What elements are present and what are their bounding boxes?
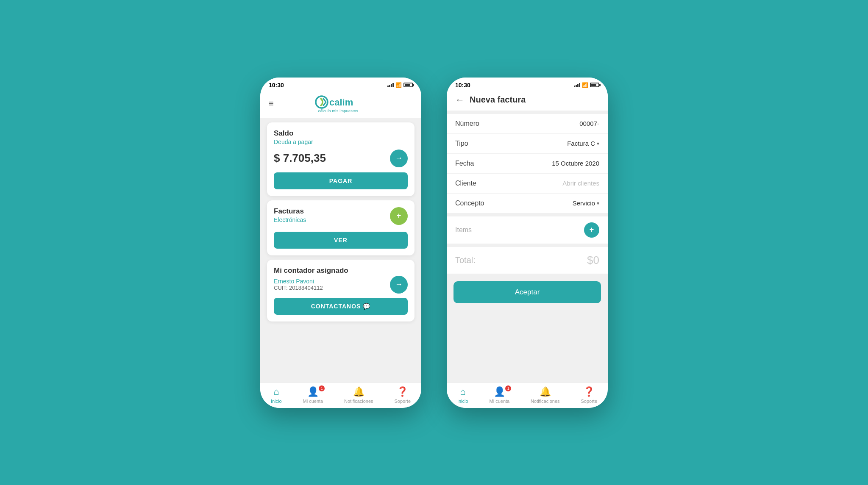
concepto-value: Servicio — [573, 200, 595, 207]
nav-cuenta-label: Mi cuenta — [303, 399, 323, 404]
nav-inicio-2[interactable]: ⌂ Inicio — [457, 386, 468, 404]
fecha-value: 15 Octubre 2020 — [552, 160, 599, 167]
home-icon-2: ⌂ — [460, 386, 465, 397]
contactanos-button[interactable]: CONTACTANOS 💬 — [274, 298, 408, 315]
nav-soporte-label-2: Soporte — [581, 399, 597, 404]
help-icon-2: ❓ — [583, 386, 595, 397]
logo-subtitle: cálculo mis impuestos — [318, 109, 358, 113]
signal-icon — [387, 83, 394, 87]
saldo-card: Saldo Deuda a pagar $ 7.705,35 → PAGAR — [267, 122, 415, 196]
nav-soporte[interactable]: ❓ Soporte — [394, 386, 411, 404]
total-value: $0 — [587, 254, 599, 267]
concepto-row[interactable]: Concepto Servicio ▾ — [447, 194, 608, 213]
arrow-right-icon-2: → — [395, 280, 403, 289]
battery-icon — [403, 83, 413, 87]
battery-icon-2 — [590, 83, 599, 87]
cliente-row[interactable]: Cliente Abrir clientes — [447, 174, 608, 194]
home-content: Saldo Deuda a pagar $ 7.705,35 → PAGAR F… — [260, 118, 421, 382]
nav-notificaciones-label-2: Notificaciones — [531, 399, 559, 404]
cuenta-badge-2: 1 — [505, 385, 511, 391]
nav-soporte-label: Soporte — [394, 399, 411, 404]
invoice-content: Número 00007- Tipo Factura C ▾ Fecha 15 … — [447, 111, 608, 382]
contador-row: Ernesto Pavoni CUIT: 20188404112 → — [274, 276, 408, 294]
add-item-btn[interactable]: + — [584, 222, 599, 238]
nav-inicio-label-2: Inicio — [457, 399, 468, 404]
nav-cuenta-label-2: Mi cuenta — [490, 399, 510, 404]
nav-soporte-2[interactable]: ❓ Soporte — [581, 386, 597, 404]
app-header-home: ≡ calim cálculo mis impuestos — [260, 91, 421, 118]
nav-notificaciones-2[interactable]: 🔔 Notificaciones — [531, 386, 559, 404]
saldo-arrow-btn[interactable]: → — [390, 150, 408, 167]
contador-cuit: CUIT: 20188404112 — [274, 285, 390, 291]
bottom-nav-home: ⌂ Inicio 👤 1 Mi cuenta 🔔 Notificaciones … — [260, 382, 421, 408]
fecha-label: Fecha — [455, 160, 474, 167]
wifi-icon: 📶 — [395, 82, 402, 88]
contador-title: Mi contador asignado — [274, 266, 408, 275]
status-bar-invoice: 10:30 📶 — [447, 78, 608, 91]
contador-name: Ernesto Pavoni — [274, 278, 390, 285]
cliente-placeholder: Abrir clientes — [562, 180, 599, 187]
status-icons-home: 📶 — [387, 82, 413, 88]
ver-button[interactable]: VER — [274, 232, 408, 249]
cuenta-badge: 1 — [319, 385, 325, 391]
hamburger-menu[interactable]: ≡ — [269, 99, 274, 108]
bell-icon-2: 🔔 — [540, 386, 551, 397]
tipo-value: Factura C — [567, 140, 595, 147]
accept-section: Aceptar — [447, 277, 608, 308]
svg-text:calim: calim — [329, 97, 353, 108]
tipo-dropdown[interactable]: Factura C ▾ — [567, 140, 599, 147]
plus-icon: + — [397, 211, 401, 220]
fecha-row: Fecha 15 Octubre 2020 — [447, 154, 608, 174]
facturas-subtitle: Electrónicas — [274, 216, 306, 223]
facturas-header-row: Facturas Electrónicas + — [274, 207, 408, 227]
contador-info: Ernesto Pavoni CUIT: 20188404112 — [274, 278, 390, 291]
contador-card: Mi contador asignado Ernesto Pavoni CUIT… — [267, 260, 415, 321]
contador-arrow-btn[interactable]: → — [390, 276, 408, 294]
concepto-chevron-icon: ▾ — [597, 200, 599, 206]
saldo-subtitle: Deuda a pagar — [274, 139, 408, 145]
items-row: Items + — [447, 216, 608, 244]
invoice-title: Nueva factura — [470, 95, 526, 105]
tipo-label: Tipo — [455, 140, 468, 147]
facturas-title: Facturas — [274, 207, 306, 216]
nav-notificaciones[interactable]: 🔔 Notificaciones — [344, 386, 373, 404]
items-label: Items — [455, 226, 472, 234]
help-icon: ❓ — [397, 386, 408, 397]
plus-icon-2: + — [590, 225, 594, 234]
concepto-label: Concepto — [455, 200, 484, 207]
status-bar-home: 10:30 📶 — [260, 78, 421, 91]
add-factura-btn[interactable]: + — [390, 207, 408, 225]
logo: calim cálculo mis impuestos — [315, 94, 362, 113]
pagar-button[interactable]: PAGAR — [274, 172, 408, 189]
total-section: Total: $0 — [447, 247, 608, 274]
total-label: Total: — [455, 255, 476, 265]
concepto-dropdown[interactable]: Servicio ▾ — [573, 200, 599, 207]
nav-cuenta[interactable]: 👤 1 Mi cuenta — [303, 386, 323, 404]
logo-main: calim — [315, 94, 362, 110]
account-icon-2: 👤 — [494, 386, 505, 397]
nav-notificaciones-label: Notificaciones — [344, 399, 373, 404]
wifi-icon-2: 📶 — [582, 82, 588, 88]
nav-cuenta-2[interactable]: 👤 1 Mi cuenta — [490, 386, 510, 404]
phone-invoice: 10:30 📶 ← Nueva factura Número 00007- — [447, 78, 608, 408]
home-icon: ⌂ — [273, 386, 279, 397]
accept-button[interactable]: Aceptar — [453, 281, 601, 303]
balance-row: $ 7.705,35 → — [274, 150, 408, 167]
status-icons-invoice: 📶 — [574, 82, 599, 88]
invoice-header: ← Nueva factura — [447, 91, 608, 111]
numero-label: Número — [455, 120, 479, 127]
bottom-nav-invoice: ⌂ Inicio 👤 1 Mi cuenta 🔔 Notificaciones … — [447, 382, 608, 408]
whatsapp-icon: 💬 — [363, 303, 370, 310]
calim-logo-svg: calim — [315, 94, 362, 110]
signal-icon-2 — [574, 83, 580, 87]
numero-row: Número 00007- — [447, 114, 608, 134]
account-icon: 👤 — [307, 386, 319, 397]
tipo-row[interactable]: Tipo Factura C ▾ — [447, 134, 608, 154]
nav-inicio-label: Inicio — [271, 399, 282, 404]
back-button[interactable]: ← — [455, 94, 465, 105]
status-time-home: 10:30 — [269, 82, 284, 89]
tipo-chevron-icon: ▾ — [597, 141, 599, 147]
facturas-card: Facturas Electrónicas + VER — [267, 200, 415, 255]
status-time-invoice: 10:30 — [455, 82, 470, 89]
nav-inicio[interactable]: ⌂ Inicio — [271, 386, 282, 404]
